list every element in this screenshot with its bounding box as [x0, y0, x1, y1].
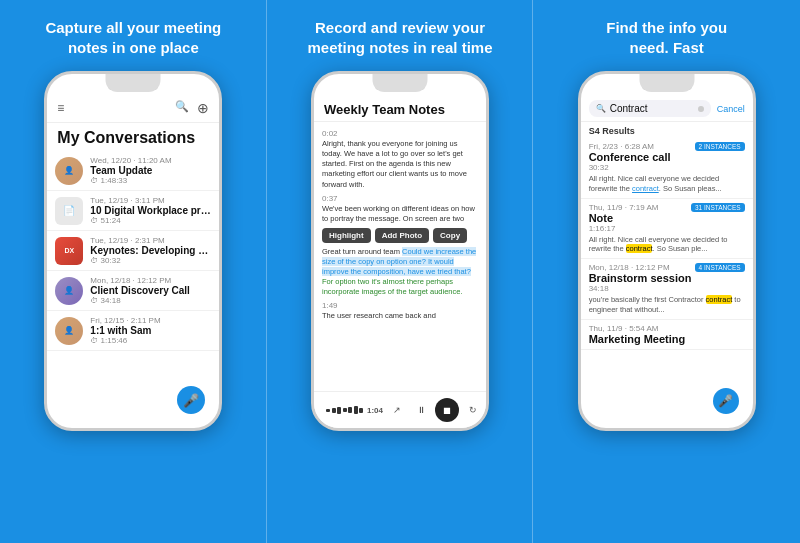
waveform-bar: [354, 406, 358, 414]
result-badge: 2 INSTANCES: [695, 142, 745, 151]
search-result-item[interactable]: Mon, 12/18 · 12:12 PM 4 INSTANCES Brains…: [581, 259, 753, 320]
notes-text-3: The user research came back and: [322, 311, 478, 321]
copy-button[interactable]: Copy: [433, 228, 467, 243]
conversation-name: Client Discovery Call: [90, 285, 211, 296]
conversation-info: Tue, 12/19 · 2:31 PM Keynotes: Developin…: [90, 236, 211, 265]
stop-button[interactable]: ⏹: [435, 398, 459, 422]
phone-notch-1: [106, 74, 161, 92]
conversation-name: Team Update: [90, 165, 211, 176]
panel-3-title: Find the info you need. Fast: [606, 18, 727, 57]
result-date: Thu, 11/9 · 5:54 AM: [589, 324, 659, 333]
waveform-bar: [359, 408, 363, 413]
phone-notch-2: [373, 74, 428, 92]
avatar: 👤: [55, 317, 83, 345]
conversations-title: My Conversations: [47, 123, 219, 151]
cancel-button[interactable]: Cancel: [717, 104, 745, 114]
search-result-item[interactable]: Thu, 11/9 · 5:54 AM Marketing Meeting: [581, 320, 753, 350]
waveform-bar: [332, 408, 336, 413]
conversation-info: Wed, 12/20 · 11:20 AM Team Update ⏱ 1:48…: [90, 156, 211, 185]
phone-screen-2: Weekly Team Notes 0:02 Alright, thank yo…: [314, 74, 486, 428]
conversation-date: Mon, 12/18 · 12:12 PM: [90, 276, 211, 285]
avatar: 📄: [55, 197, 83, 225]
waveform-bar: [326, 409, 330, 412]
conversation-info: Fri, 12/15 · 2:11 PM 1:1 with Sam ⏱ 1:15…: [90, 316, 211, 345]
conversations-list: 👤 Wed, 12/20 · 11:20 AM Team Update ⏱ 1:…: [47, 151, 219, 351]
waveform: [326, 406, 363, 414]
result-date-row: Thu, 11/9 · 5:54 AM: [589, 324, 745, 333]
phone-mockup-3: 🔍 Contract Cancel S4 Results Fri, 2/23 ·…: [578, 71, 756, 431]
avatar: 👤: [55, 157, 83, 185]
header-icons: 🔍 ⊕: [175, 100, 209, 116]
result-date-row: Mon, 12/18 · 12:12 PM 4 INSTANCES: [589, 263, 745, 272]
notes-body: 0:02 Alright, thank you everyone for joi…: [314, 122, 486, 369]
result-date-row: Fri, 2/23 · 6:28 AM 2 INSTANCES: [589, 142, 745, 151]
highlight-button[interactable]: Highlight: [322, 228, 371, 243]
conversation-name: 10 Digital Workplace predi...: [90, 205, 211, 216]
timestamp-2: 0:37: [322, 194, 478, 203]
search-result-item[interactable]: Thu, 11/9 · 7:19 AM 31 INSTANCES Note 1:…: [581, 199, 753, 260]
waveform-bar: [348, 407, 352, 413]
conversation-duration: ⏱ 1:15:46: [90, 336, 211, 345]
panel-1-title: Capture all your meeting notes in one pl…: [45, 18, 221, 57]
timestamp-3: 1:49: [322, 301, 478, 310]
timestamp-1: 0:02: [322, 129, 478, 138]
list-item[interactable]: 📄 Tue, 12/19 · 3:11 PM 10 Digital Workpl…: [47, 191, 219, 231]
phone-mockup-1: ≡ 🔍 ⊕ My Conversations 👤 Wed, 12/20 · 11…: [44, 71, 222, 431]
search-clear-icon[interactable]: [698, 106, 704, 112]
results-count: S4 Results: [581, 122, 753, 138]
phone-notch-3: [639, 74, 694, 92]
phone-screen-3: 🔍 Contract Cancel S4 Results Fri, 2/23 ·…: [581, 74, 753, 428]
conversation-date: Wed, 12/20 · 11:20 AM: [90, 156, 211, 165]
conversation-info: Tue, 12/19 · 3:11 PM 10 Digital Workplac…: [90, 196, 211, 225]
list-item[interactable]: 👤 Fri, 12/15 · 2:11 PM 1:1 with Sam ⏱ 1:…: [47, 311, 219, 351]
result-name: Brainstorm session: [589, 272, 745, 284]
add-icon[interactable]: ⊕: [197, 100, 209, 116]
list-item[interactable]: DX Tue, 12/19 · 2:31 PM Keynotes: Develo…: [47, 231, 219, 271]
result-date-row: Thu, 11/9 · 7:19 AM 31 INSTANCES: [589, 203, 745, 212]
conversations-header: ≡ 🔍 ⊕: [47, 96, 219, 123]
notes-text-1: Alright, thank you everyone for joining …: [322, 139, 478, 190]
phone-screen-1: ≡ 🔍 ⊕ My Conversations 👤 Wed, 12/20 · 11…: [47, 74, 219, 428]
notes-title: Weekly Team Notes: [324, 102, 476, 117]
conversation-duration: ⏱ 1:48:33: [90, 176, 211, 185]
playback-controls: ↗ ⏸ ⏹ ↻ x1: [387, 398, 486, 422]
conversation-info: Mon, 12/18 · 12:12 PM Client Discovery C…: [90, 276, 211, 305]
add-photo-button[interactable]: Add Photo: [375, 228, 429, 243]
conversation-duration: ⏱ 51:24: [90, 216, 211, 225]
result-badge: 31 INSTANCES: [691, 203, 745, 212]
result-snippet: All right. Nice call everyone we decided…: [589, 235, 745, 255]
phone-mockup-2: Weekly Team Notes 0:02 Alright, thank yo…: [311, 71, 489, 431]
audio-controls: 1:04 ↗ ⏸ ⏹ ↻ x1: [314, 391, 486, 428]
conversation-duration: ⏱ 34:18: [90, 296, 211, 305]
result-name: Conference call: [589, 151, 745, 163]
result-name: Note: [589, 212, 745, 224]
search-result-item[interactable]: Fri, 2/23 · 6:28 AM 2 INSTANCES Conferen…: [581, 138, 753, 199]
result-date: Thu, 11/9 · 7:19 AM: [589, 203, 659, 212]
hamburger-icon[interactable]: ≡: [57, 101, 64, 115]
panel-2: Record and review your meeting notes in …: [267, 0, 534, 543]
share-button[interactable]: ↗: [387, 400, 407, 420]
avatar: DX: [55, 237, 83, 265]
search-icon[interactable]: 🔍: [175, 100, 189, 116]
highlighted-text: Great turn around team Could we increase…: [322, 247, 478, 298]
result-duration: 1:16:17: [589, 224, 745, 233]
audio-timestamp: 1:04: [367, 406, 383, 415]
repeat-button[interactable]: ↻: [463, 400, 483, 420]
search-input-container[interactable]: 🔍 Contract: [589, 100, 711, 117]
list-item[interactable]: 👤 Mon, 12/18 · 12:12 PM Client Discovery…: [47, 271, 219, 311]
conversation-name: Keynotes: Developing a Cu...: [90, 245, 211, 256]
panel-3: Find the info you need. Fast 🔍 Contract …: [533, 0, 800, 543]
search-query[interactable]: Contract: [610, 103, 648, 114]
mic-button-3[interactable]: 🎤: [713, 388, 739, 414]
waveform-bar: [337, 407, 341, 414]
conversation-duration: ⏱ 30:32: [90, 256, 211, 265]
result-snippet: All right. Nice call everyone we decided…: [589, 174, 745, 194]
panel-2-title: Record and review your meeting notes in …: [307, 18, 492, 57]
panel-1: Capture all your meeting notes in one pl…: [0, 0, 267, 543]
pause-button[interactable]: ⏸: [411, 400, 431, 420]
list-item[interactable]: 👤 Wed, 12/20 · 11:20 AM Team Update ⏱ 1:…: [47, 151, 219, 191]
action-bar: Highlight Add Photo Copy: [322, 228, 478, 243]
mic-button[interactable]: 🎤: [177, 386, 205, 414]
avatar: 👤: [55, 277, 83, 305]
result-badge: 4 INSTANCES: [695, 263, 745, 272]
